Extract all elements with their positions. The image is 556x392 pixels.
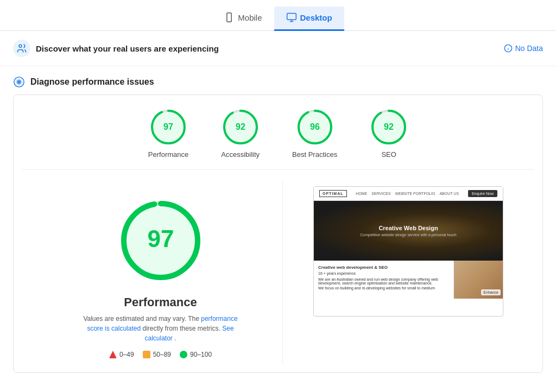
preview-content-body2: We focus on building and re-developing w… bbox=[318, 286, 449, 290]
legend-fail-icon bbox=[109, 351, 117, 358]
desc-mid: directly from these metrics. bbox=[142, 325, 220, 332]
tab-desktop-label: Desktop bbox=[300, 13, 332, 22]
score-label-best-practices: Best Practices bbox=[292, 150, 337, 159]
discover-icon bbox=[13, 40, 30, 57]
tab-desktop[interactable]: Desktop bbox=[274, 7, 344, 31]
legend-average-label: 50–89 bbox=[153, 351, 171, 358]
svg-text:97: 97 bbox=[163, 122, 173, 131]
desc-start: Values are estimated and may vary. The bbox=[83, 315, 199, 323]
diagnose-icon bbox=[13, 76, 25, 88]
preview-nav: HOME SERVICES WEBSITE PORTFOLIO ABOUT US bbox=[356, 192, 459, 195]
discover-title: Discover what your real users are experi… bbox=[36, 44, 219, 53]
preview-content: Creative web development & SEO 16 + year… bbox=[314, 261, 503, 299]
big-score-description: Values are estimated and may vary. The p… bbox=[79, 314, 242, 343]
preview-cta-button: Enquire Now bbox=[468, 190, 497, 197]
preview-hero: Creative Web Design Competitive website … bbox=[314, 201, 503, 261]
score-circles-row: 97 Performance 92 Accessibility 96 bbox=[22, 108, 534, 170]
page-wrapper: Mobile Desktop Discover what you bbox=[0, 0, 556, 392]
score-circle-seo: 92 bbox=[370, 108, 408, 146]
legend-average: 50–89 bbox=[143, 351, 171, 358]
desc-end: . bbox=[174, 334, 176, 342]
no-data-button[interactable]: No Data bbox=[504, 44, 543, 53]
preview-hero-title: Creative Web Design bbox=[360, 225, 456, 231]
desktop-icon bbox=[286, 12, 297, 23]
legend-average-icon bbox=[143, 351, 150, 358]
detail-left: 97 Performance Values are estimated and … bbox=[22, 181, 283, 364]
preview-logo: OPTIMAL bbox=[319, 190, 347, 197]
svg-text:92: 92 bbox=[236, 122, 245, 131]
preview-content-line2: 16 + years experience bbox=[318, 271, 449, 275]
preview-enhance-label: Enhance bbox=[481, 289, 501, 295]
preview-hero-subtitle: Competitive website design service with … bbox=[360, 233, 456, 237]
no-data-label: No Data bbox=[515, 44, 543, 53]
mobile-icon bbox=[224, 12, 235, 23]
nav-portfolio: WEBSITE PORTFOLIO bbox=[395, 192, 435, 195]
preview-content-left: Creative web development & SEO 16 + year… bbox=[314, 261, 454, 299]
legend-fail: 0–49 bbox=[109, 351, 134, 358]
legend-row: 0–49 50–89 90–100 bbox=[109, 351, 212, 358]
tab-mobile[interactable]: Mobile bbox=[212, 7, 274, 31]
svg-point-11 bbox=[18, 81, 20, 83]
big-circle-svg: 97 bbox=[117, 197, 204, 284]
score-item-accessibility[interactable]: 92 Accessibility bbox=[221, 108, 260, 159]
svg-point-5 bbox=[19, 45, 22, 47]
preview-hero-text: Creative Web Design Competitive website … bbox=[360, 225, 456, 237]
info-icon bbox=[504, 44, 513, 53]
discover-left: Discover what your real users are experi… bbox=[13, 40, 219, 57]
users-icon bbox=[16, 43, 27, 54]
legend-pass-icon bbox=[180, 351, 187, 358]
diagnose-section: Diagnose performance issues bbox=[0, 66, 556, 92]
score-card: 97 Performance 92 Accessibility 96 bbox=[13, 94, 543, 373]
score-circle-accessibility: 92 bbox=[222, 108, 260, 146]
legend-pass-label: 90–100 bbox=[190, 351, 212, 358]
nav-home: HOME bbox=[356, 192, 367, 195]
svg-rect-2 bbox=[287, 14, 296, 20]
screenshot-preview: OPTIMAL HOME SERVICES WEBSITE PORTFOLIO … bbox=[313, 186, 503, 317]
preview-content-bold: Creative web development & SEO bbox=[318, 265, 449, 270]
detail-right: OPTIMAL HOME SERVICES WEBSITE PORTFOLIO … bbox=[283, 181, 534, 364]
score-label-seo: SEO bbox=[381, 150, 396, 159]
tab-mobile-label: Mobile bbox=[238, 13, 262, 22]
tab-bar: Mobile Desktop bbox=[0, 0, 556, 31]
score-label-accessibility: Accessibility bbox=[221, 150, 260, 159]
big-score-circle: 97 bbox=[117, 197, 204, 286]
score-item-performance[interactable]: 97 Performance bbox=[148, 108, 188, 159]
diagnose-title: Diagnose performance issues bbox=[30, 77, 154, 87]
score-item-seo[interactable]: 92 SEO bbox=[370, 108, 408, 159]
svg-rect-0 bbox=[227, 13, 231, 22]
preview-content-body: We are an Australian owned and run web d… bbox=[318, 277, 449, 285]
svg-text:96: 96 bbox=[310, 122, 320, 131]
score-circle-best-practices: 96 bbox=[296, 108, 334, 146]
score-item-best-practices[interactable]: 96 Best Practices bbox=[292, 108, 337, 159]
preview-content-right: Enhance bbox=[454, 261, 503, 299]
svg-text:97: 97 bbox=[147, 225, 174, 252]
detail-area: 97 Performance Values are estimated and … bbox=[22, 181, 534, 364]
score-label-performance: Performance bbox=[148, 150, 188, 159]
legend-pass: 90–100 bbox=[180, 351, 212, 358]
preview-header: OPTIMAL HOME SERVICES WEBSITE PORTFOLIO … bbox=[314, 187, 503, 201]
discover-section: Discover what your real users are experi… bbox=[0, 31, 556, 66]
legend-fail-label: 0–49 bbox=[119, 351, 134, 358]
big-score-label: Performance bbox=[124, 295, 197, 309]
svg-text:92: 92 bbox=[384, 122, 394, 131]
nav-services: SERVICES bbox=[371, 192, 390, 195]
score-circle-performance: 97 bbox=[149, 108, 187, 146]
nav-about: ABOUT US bbox=[439, 192, 459, 195]
